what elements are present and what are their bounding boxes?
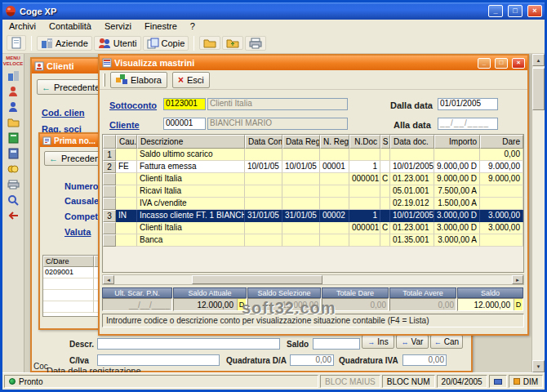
bloc-maius-indicator: BLOC MAIUS <box>320 375 380 388</box>
elabora-button[interactable]: Elabora <box>110 72 167 88</box>
close-button[interactable]: × <box>527 5 542 17</box>
conto-cell[interactable]: 0209001 <box>43 267 94 278</box>
alla-data-input[interactable]: __/__/____ <box>438 118 498 130</box>
total-value-field: 0,00 <box>389 298 456 311</box>
data-registrazione-label: Data della registrazione <box>47 366 141 372</box>
quick-esci-button[interactable] <box>7 209 20 222</box>
total-panel: Saldo 12.000,00 D <box>457 287 523 312</box>
table-row[interactable]: Clienti Italia 000001 C 01.23.001 3.000,… <box>103 222 523 234</box>
folder-up-button[interactable] <box>222 36 243 50</box>
col-descrizione[interactable]: Descrizione <box>137 135 245 149</box>
col-n-doc[interactable]: N.Doc <box>349 135 380 149</box>
quick-archivio-button[interactable] <box>7 116 20 129</box>
col-n-reg[interactable]: N. Reg. <box>320 135 349 149</box>
users-icon <box>98 38 111 49</box>
cliente-input[interactable]: 000001 <box>163 118 206 130</box>
col-s[interactable]: S <box>380 135 390 149</box>
maximize-button[interactable]: □ <box>508 5 523 17</box>
total-value-field: 12.000,00 D <box>457 298 523 311</box>
quick-primanota-button[interactable] <box>7 131 20 145</box>
menu-item[interactable]: Contabilità <box>42 20 98 32</box>
numero-label: Numero <box>64 181 99 191</box>
vscroll-track[interactable] <box>532 66 545 360</box>
cod-cliente-label: Cod. clien <box>42 108 85 118</box>
scroll-down-icon[interactable]: ▼ <box>532 360 545 372</box>
maximize-button[interactable]: □ <box>495 58 508 69</box>
toolbar-grip[interactable] <box>103 74 105 87</box>
cliente-label: Cliente <box>109 120 140 130</box>
can-button[interactable]: ← Can <box>430 335 463 349</box>
col-data-doc[interactable]: Data doc. <box>390 135 434 149</box>
scroll-right-icon[interactable]: ► <box>512 275 523 284</box>
table-row[interactable]: 3 IN Incasso cliente FT. 1 BIANCHI MAU 3… <box>103 210 523 222</box>
table-hscrollbar[interactable]: ◄ ► <box>102 274 524 285</box>
menu-item[interactable]: Servizi <box>98 20 138 32</box>
quick-fornitori-button[interactable] <box>7 100 20 114</box>
saldo-label: Saldo <box>287 340 309 349</box>
sottoconto-desc-field: Clienti Italia <box>207 98 348 110</box>
cliente-desc-field: BIANCHI MARIO <box>207 118 348 130</box>
sottoconto-input[interactable]: 0123001 <box>163 98 206 110</box>
total-label: Saldo <box>457 287 523 298</box>
menu-item[interactable]: ? <box>184 20 202 32</box>
printer-icon <box>7 180 20 189</box>
scroll-left-icon[interactable]: ◄ <box>103 275 114 284</box>
table-row[interactable]: Clienti Italia 000001 C 01.23.001 9.000,… <box>103 173 523 185</box>
scroll-up-icon[interactable]: ▲ <box>532 54 545 66</box>
quick-aziende-button[interactable] <box>7 69 20 82</box>
dim-icon <box>514 378 520 385</box>
col-data-com[interactable]: Data Com. <box>245 135 282 149</box>
keyboard-panel <box>489 375 507 388</box>
building-icon <box>41 38 53 49</box>
col-importo[interactable]: Importo <box>434 135 480 149</box>
app-icon <box>5 5 16 18</box>
minimize-button[interactable]: _ <box>488 5 503 17</box>
aziende-button[interactable]: Aziende <box>37 36 92 51</box>
table-row[interactable]: 2 FE Fattura emessa 10/01/05 10/01/05 00… <box>103 161 523 173</box>
table-row[interactable]: IVA c/vendite 02.19.012 1.500,00 A <box>103 198 523 210</box>
quick-valute-button[interactable] <box>7 163 20 176</box>
saldo-field[interactable] <box>313 338 360 350</box>
print-button[interactable] <box>245 36 266 51</box>
hscroll-track[interactable] <box>114 275 512 284</box>
quick-conti-button[interactable] <box>7 147 20 160</box>
menu-item[interactable]: Archivi <box>2 20 42 32</box>
dalla-data-input[interactable]: 01/01/2005 <box>438 98 498 110</box>
aziende-label: Aziende <box>56 38 88 48</box>
vscroll-thumb[interactable] <box>532 68 545 110</box>
table-row[interactable]: Ricavi Italia 05.01.001 7.500,00 A <box>103 185 523 198</box>
ins-button[interactable]: → Ins <box>362 335 394 349</box>
quick-stampe-button[interactable] <box>7 178 20 191</box>
col-dare[interactable]: Dare <box>480 135 523 149</box>
new-document-button[interactable] <box>7 35 26 51</box>
utenti-button[interactable]: Utenti <box>94 36 141 51</box>
col-cau[interactable]: Cau. <box>116 135 137 149</box>
var-button[interactable]: ↔ Var <box>396 335 429 349</box>
col-data-reg[interactable]: Data Reg. <box>282 135 320 149</box>
civa-field[interactable] <box>97 354 220 366</box>
esci-button[interactable]: × Esci <box>172 72 210 88</box>
mdi-vscrollbar[interactable]: ▲ ▼ <box>531 54 545 372</box>
person-blue-icon <box>7 101 19 113</box>
quick-clienti-button[interactable] <box>7 85 20 98</box>
quick-ricerca-button[interactable] <box>7 194 20 207</box>
mastrini-titlebar[interactable]: Visualizza mastrini _ □ × <box>100 56 527 70</box>
quadratura-da-label: Quadratura D/A <box>226 356 287 365</box>
copie-button[interactable]: Copie <box>143 36 189 51</box>
coge-xp-window: Coge XP _ □ × ArchiviContabilitàServiziF… <box>0 0 547 392</box>
table-row[interactable]: 1 Saldo ultimo scarico 0,00 <box>103 149 523 161</box>
ready-text: Pronto <box>19 377 42 386</box>
menu-item[interactable]: Finestre <box>138 20 184 32</box>
hscroll-thumb[interactable] <box>192 275 322 284</box>
main-titlebar[interactable]: Coge XP _ □ × <box>2 2 545 20</box>
table-row[interactable]: Banca 01.35.001 3.000,00 A <box>103 234 523 247</box>
descr-field[interactable] <box>97 338 280 350</box>
col-rownum[interactable] <box>103 135 116 149</box>
total-panel: Totale Avere 0,00 <box>389 287 456 312</box>
minimize-button[interactable]: _ <box>478 58 491 69</box>
ready-panel: Pronto <box>4 375 318 388</box>
open-folder-button[interactable] <box>199 36 220 50</box>
close-button[interactable]: × <box>512 58 525 69</box>
table-header-row: Cau. Descrizione Data Com. Data Reg. N. … <box>103 135 523 149</box>
open-folder-icon <box>203 38 216 48</box>
